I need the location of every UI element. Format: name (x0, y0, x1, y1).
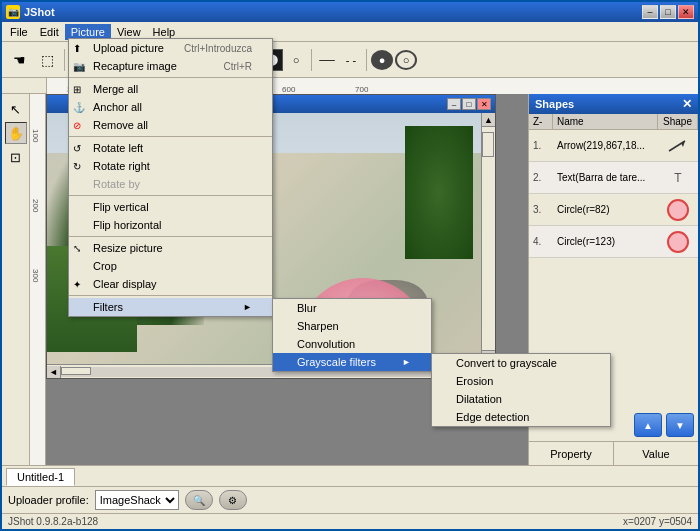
tool-hand2[interactable]: ✋ (5, 122, 27, 144)
gs-dilatation[interactable]: Dilatation (432, 390, 610, 408)
titlebar: 📷 JShot – □ ✕ (2, 2, 698, 22)
shape-name-4: Circle(r=123) (553, 234, 658, 249)
tool-dot-fill[interactable]: ● (371, 50, 393, 70)
version-text: JShot 0.9.8.2a-b128 (8, 516, 98, 527)
menu-merge-all[interactable]: ⊞ Merge all (69, 80, 272, 98)
tool-select[interactable]: ⬚ (34, 47, 60, 73)
menu-clear-display[interactable]: ✦ Clear display (69, 275, 272, 293)
profile-btn-settings[interactable]: ⚙ (219, 490, 247, 510)
app-icon: 📷 (6, 5, 20, 19)
menu-rotate-left[interactable]: ↺ Rotate left (69, 139, 272, 157)
shape-row-3[interactable]: 3. Circle(r=82) (529, 194, 698, 226)
merge-icon: ⊞ (73, 84, 81, 95)
image-restore-btn[interactable]: □ (462, 98, 476, 110)
ruler-mark-600: 600 (282, 85, 295, 94)
shape-row-2[interactable]: 2. Text(Barra de tare... T (529, 162, 698, 194)
menu-sep-1 (69, 77, 272, 78)
property-tab[interactable]: Property (529, 442, 614, 465)
image-vscrollbar[interactable]: ▲ ▼ (481, 113, 495, 364)
menu-recapture-image[interactable]: 📷 Recapture image Ctrl+R (69, 57, 272, 75)
toolbar-sep-3 (366, 49, 367, 71)
scroll-up-btn[interactable]: ▲ (482, 113, 495, 127)
toolbar-sep-1 (64, 49, 65, 71)
tool-circle-outline[interactable]: ○ (285, 49, 307, 71)
menu-filters[interactable]: Filters ► Blur Sharpen Convolution Gra (69, 298, 272, 316)
restore-button[interactable]: □ (660, 5, 676, 19)
menu-upload-picture[interactable]: ⬆ Upload picture Ctrl+Introduzca (69, 39, 272, 57)
shape-row-1[interactable]: 1. Arrow(219,867,18... (529, 130, 698, 162)
resize-icon: ⤡ (73, 243, 81, 254)
tool-line-style[interactable]: ── (316, 49, 338, 71)
menu-rotate-right[interactable]: ↻ Rotate right (69, 157, 272, 175)
titlebar-buttons: – □ ✕ (642, 5, 694, 19)
image-window-buttons: – □ ✕ (447, 98, 491, 110)
menu-anchor-all[interactable]: ⚓ Anchor all (69, 98, 272, 116)
filter-blur[interactable]: Blur (273, 299, 431, 317)
grayscale-submenu: Convert to grayscale Erosion Dilatation … (431, 353, 611, 427)
titlebar-title: 📷 JShot (6, 5, 55, 19)
arrow-icon (667, 139, 689, 153)
left-toolbar: ↖ ✋ ⊡ (2, 94, 30, 465)
shape-name-3: Circle(r=82) (553, 202, 658, 217)
profile-row: Uploader profile: ImageShack 🔍 ⚙ (2, 486, 698, 513)
shape-name-1: Arrow(219,867,18... (553, 138, 658, 153)
left-panel: ↖ ✋ ⊡ 100 200 300 (2, 94, 46, 465)
gs-edge-detection[interactable]: Edge detection (432, 408, 610, 426)
rotate-right-icon: ↻ (73, 161, 81, 172)
scroll-thumb-v[interactable] (482, 132, 494, 157)
close-button[interactable]: ✕ (678, 5, 694, 19)
image-close-btn[interactable]: ✕ (477, 98, 491, 110)
image-minimize-btn[interactable]: – (447, 98, 461, 110)
gs-convert[interactable]: Convert to grayscale (432, 354, 610, 372)
shape-down-btn[interactable]: ▼ (666, 413, 694, 437)
shape-idx-4: 4. (529, 234, 553, 249)
tool-hand[interactable]: ☚ (6, 47, 32, 73)
shapes-column-headers: Z- Name Shape (529, 114, 698, 130)
anchor-icon: ⚓ (73, 102, 85, 113)
shape-row-4[interactable]: 4. Circle(r=123) (529, 226, 698, 258)
shapes-property-footer: Property Value (529, 441, 698, 465)
ruler-vertical: 100 200 300 (30, 94, 46, 465)
minimize-button[interactable]: – (642, 5, 658, 19)
tool-cursor[interactable]: ↖ (5, 98, 27, 120)
version-bar: JShot 0.9.8.2a-b128 x=0207 y=0504 (2, 513, 698, 529)
tool-dot-outline[interactable]: ○ (395, 50, 417, 70)
shapes-title: Shapes (535, 98, 574, 110)
coords-text: x=0207 y=0504 (623, 516, 692, 527)
menu-crop[interactable]: Crop (69, 257, 272, 275)
grayscale-submenu-arrow: ► (402, 357, 411, 367)
tab-untitled[interactable]: Untitled-1 (6, 468, 75, 486)
circle-shape-4 (667, 231, 689, 253)
value-tab[interactable]: Value (614, 442, 698, 465)
menu-file[interactable]: File (4, 24, 34, 40)
filter-convolution[interactable]: Convolution (273, 335, 431, 353)
filter-grayscale[interactable]: Grayscale filters ► Convert to grayscale… (273, 353, 431, 371)
tool-zoom[interactable]: ⊡ (5, 146, 27, 168)
scroll-left-btn[interactable]: ◄ (47, 366, 61, 378)
ruler-vmark-200: 200 (31, 199, 40, 212)
shapes-close-btn[interactable]: ✕ (682, 97, 692, 111)
menu-flip-horizontal[interactable]: Flip horizontal (69, 216, 272, 234)
menu-flip-vertical[interactable]: Flip vertical (69, 198, 272, 216)
gs-erosion[interactable]: Erosion (432, 372, 610, 390)
ruler-vmark-300: 300 (31, 269, 40, 282)
filters-submenu: Blur Sharpen Convolution Grayscale filte… (272, 298, 432, 372)
picture-menu-dropdown: ⬆ Upload picture Ctrl+Introduzca 📷 Recap… (68, 38, 273, 317)
scroll-thumb-h[interactable] (61, 367, 91, 375)
remove-icon: ⊘ (73, 120, 81, 131)
shape-idx-3: 3. (529, 202, 553, 217)
profile-btn-search[interactable]: 🔍 (185, 490, 213, 510)
uploader-select[interactable]: ImageShack (95, 490, 179, 510)
shape-idx-1: 1. (529, 138, 553, 153)
shape-up-btn[interactable]: ▲ (634, 413, 662, 437)
img-foliage-right (405, 126, 472, 259)
menu-remove-all[interactable]: ⊘ Remove all (69, 116, 272, 134)
tool-dash-style[interactable]: - - (340, 49, 362, 71)
ruler-mark-700: 700 (355, 85, 368, 94)
menu-edit[interactable]: Edit (34, 24, 65, 40)
filter-sharpen[interactable]: Sharpen (273, 317, 431, 335)
clear-icon: ✦ (73, 279, 81, 290)
uploader-label: Uploader profile: (8, 494, 89, 506)
circle-shape-3 (667, 199, 689, 221)
menu-resize-picture[interactable]: ⤡ Resize picture (69, 239, 272, 257)
